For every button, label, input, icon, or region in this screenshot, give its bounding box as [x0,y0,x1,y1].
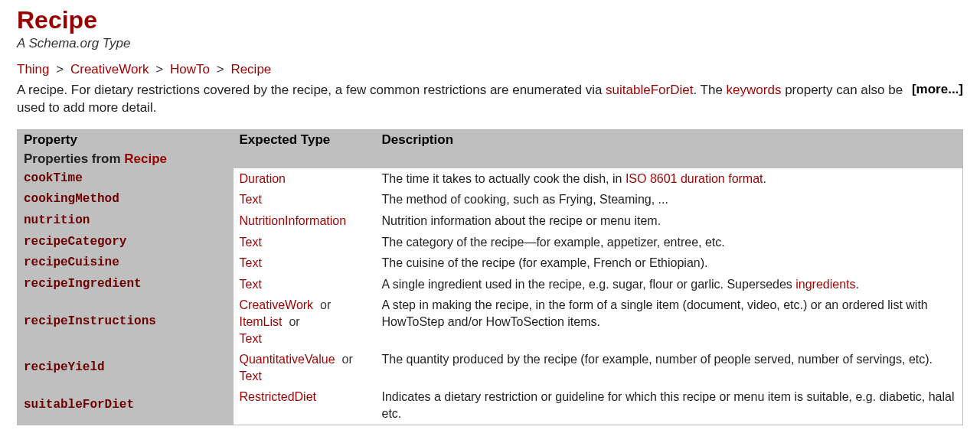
property-type: Text [234,274,376,295]
col-property: Property [18,129,234,150]
property-description: The cuisine of the recipe (for example, … [376,252,963,274]
property-description: The method of cooking, such as Frying, S… [376,189,963,210]
table-row: recipeInstructionsCreativeWork orItemLis… [18,295,963,349]
desc-text: The quantity produced by the recipe (for… [382,353,933,366]
desc-link[interactable]: ISO 8601 duration format [626,172,763,185]
type-link[interactable]: Text [240,256,262,269]
table-row: suitableForDietRestrictedDietIndicates a… [18,386,963,425]
type-link[interactable]: CreativeWork [240,298,314,311]
breadcrumb-creativework[interactable]: CreativeWork [70,62,149,77]
property-type: RestrictedDiet [234,386,376,425]
desc-text: The category of the recipe—for example, … [382,236,725,249]
property-name[interactable]: recipeIngredient [18,274,234,295]
type-link[interactable]: Text [240,193,262,206]
more-link[interactable]: [more...] [912,82,963,97]
page-subtitle: A Schema.org Type [17,36,963,51]
desc-text: Nutrition information about the recipe o… [382,214,662,227]
property-name[interactable]: suitableForDiet [18,386,234,425]
property-description: The category of the recipe—for example, … [376,232,963,253]
breadcrumb: Thing > CreativeWork > HowTo > Recipe [17,62,963,77]
property-description: The quantity produced by the recipe (for… [376,349,963,386]
desc-text: A single ingredient used in the recipe, … [382,278,796,291]
type-description: A recipe. For dietary restrictions cover… [17,82,963,117]
desc-text: The cuisine of the recipe (for example, … [382,256,708,269]
property-name[interactable]: recipeInstructions [18,295,234,349]
group-link-recipe[interactable]: Recipe [124,151,167,166]
breadcrumb-sep: > [214,62,227,77]
desc-text: . The [693,83,726,97]
properties-table: Property Expected Type Description Prope… [17,129,963,425]
property-type: Text [234,189,376,210]
property-type: NutritionInformation [234,210,376,232]
property-description: Indicates a dietary restriction or guide… [376,386,963,425]
property-description: Nutrition information about the recipe o… [376,210,963,232]
desc-link[interactable]: ingredients [795,278,855,291]
property-description: A step in making the recipe, in the form… [376,295,963,349]
table-row: cookTimeDurationThe time it takes to act… [18,168,963,190]
property-description: The time it takes to actually cook the d… [376,168,963,190]
col-expected-type: Expected Type [234,129,376,150]
table-row: nutritionNutritionInformationNutrition i… [18,210,963,232]
breadcrumb-recipe[interactable]: Recipe [230,62,271,77]
breadcrumb-thing[interactable]: Thing [17,62,50,77]
property-name[interactable]: recipeCategory [18,232,234,253]
table-row: recipeIngredientTextA single ingredient … [18,274,963,295]
type-link[interactable]: ItemList [240,315,283,328]
desc-text: A step in making the recipe, in the form… [382,298,928,328]
property-name[interactable]: recipeCuisine [18,252,234,274]
property-type: Text [234,232,376,253]
col-description: Description [376,129,963,150]
desc-text: . [856,278,859,291]
property-type: CreativeWork orItemList orText [234,295,376,349]
type-link[interactable]: Text [240,332,262,345]
table-row: recipeYieldQuantitativeValue orTextThe q… [18,349,963,386]
property-name[interactable]: cookingMethod [18,189,234,210]
property-type: QuantitativeValue orText [234,349,376,386]
breadcrumb-sep: > [53,62,67,77]
type-link[interactable]: NutritionInformation [240,214,347,227]
desc-text: A recipe. For dietary restrictions cover… [17,83,606,97]
type-link[interactable]: Text [240,278,262,291]
type-or: or [313,298,331,311]
table-row: recipeCuisineTextThe cuisine of the reci… [18,252,963,274]
property-name[interactable]: recipeYield [18,349,234,386]
type-link[interactable]: Text [240,236,262,249]
property-name[interactable]: nutrition [18,210,234,232]
type-link[interactable]: QuantitativeValue [240,353,335,366]
group-prefix: Properties from [24,151,124,166]
type-link[interactable]: Text [240,370,262,383]
type-or: or [335,353,353,366]
table-row: cookingMethodTextThe method of cooking, … [18,189,963,210]
desc-text: . [763,172,766,185]
desc-text: The method of cooking, such as Frying, S… [382,193,668,206]
property-name[interactable]: cookTime [18,168,234,190]
desc-link-suitablefordiet[interactable]: suitableForDiet [606,83,693,97]
property-type: Text [234,252,376,274]
type-link[interactable]: Duration [240,172,286,185]
type-or: or [283,315,300,328]
property-description: A single ingredient used in the recipe, … [376,274,963,295]
desc-text: The time it takes to actually cook the d… [382,172,626,185]
page-title: Recipe [17,6,963,34]
breadcrumb-sep: > [152,62,166,77]
group-header-row: Properties from Recipe [18,150,963,168]
desc-text: Indicates a dietary restriction or guide… [382,390,955,420]
table-row: recipeCategoryTextThe category of the re… [18,232,963,253]
breadcrumb-howto[interactable]: HowTo [170,62,210,77]
type-link[interactable]: RestrictedDiet [240,390,316,403]
property-type: Duration [234,168,376,190]
desc-link-keywords[interactable]: keywords [727,83,782,97]
